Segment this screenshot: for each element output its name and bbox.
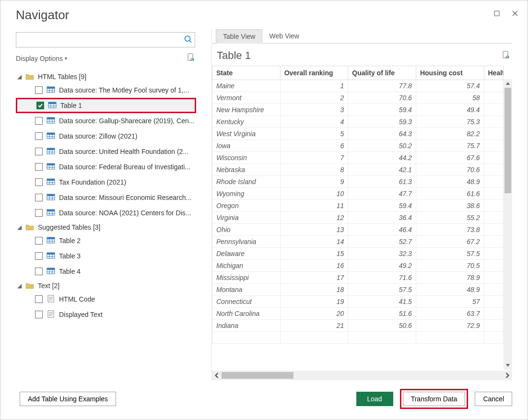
table-cell: 57.5 bbox=[416, 248, 484, 260]
tree-item[interactable]: Table 2 bbox=[16, 233, 196, 248]
tab-table-view[interactable]: Table View bbox=[216, 29, 262, 44]
table-row[interactable]: Virginia1236.455.2 bbox=[212, 212, 504, 224]
table-row[interactable]: West Virginia564.382.2 bbox=[212, 128, 504, 140]
table-cell: Indiana bbox=[212, 320, 281, 332]
table-row[interactable]: Nebraska842.170.6 bbox=[212, 164, 504, 176]
tree-group-header[interactable]: ◢HTML Tables [9] bbox=[16, 71, 196, 82]
tree-group-label: Suggested Tables [3] bbox=[38, 223, 101, 231]
table-cell: 48.9 bbox=[416, 176, 484, 188]
checkbox[interactable] bbox=[35, 209, 43, 217]
tree-item[interactable]: Displayed Text bbox=[16, 307, 196, 322]
close-button[interactable] bbox=[509, 9, 521, 18]
titlebar: Navigator bbox=[0, 0, 528, 29]
checkbox[interactable] bbox=[35, 117, 43, 125]
tree-item[interactable]: Table 4 bbox=[16, 264, 196, 279]
table-icon bbox=[47, 252, 55, 260]
table-row[interactable]: Maine177.857.4 bbox=[212, 80, 504, 92]
column-header[interactable]: Quality of life bbox=[348, 66, 416, 80]
checkbox[interactable] bbox=[35, 132, 43, 140]
table-row[interactable]: Vermont270.658 bbox=[212, 92, 504, 104]
table-icon bbox=[47, 148, 55, 156]
search-input[interactable] bbox=[16, 32, 195, 47]
table-row[interactable]: Michigan1649.270.5 bbox=[212, 260, 504, 272]
refresh-preview-icon[interactable] bbox=[502, 51, 510, 61]
close-icon bbox=[512, 10, 518, 17]
table-cell: 59.4 bbox=[348, 104, 416, 116]
tree-group-header[interactable]: ◢Text [2] bbox=[16, 280, 196, 292]
scroll-left-arrow-icon[interactable] bbox=[212, 371, 222, 380]
checkbox[interactable] bbox=[35, 311, 43, 318]
checkbox[interactable] bbox=[35, 194, 43, 201]
transform-data-button[interactable]: Transform Data bbox=[403, 392, 466, 406]
table-row[interactable]: Wisconsin744.267.6 bbox=[212, 152, 504, 164]
checkbox[interactable] bbox=[35, 237, 43, 245]
table-icon bbox=[47, 117, 55, 125]
tree-group-header[interactable]: ◢Suggested Tables [3] bbox=[16, 222, 196, 233]
table-row[interactable]: Wyoming1047.761.6 bbox=[212, 188, 504, 200]
table-cell bbox=[484, 140, 504, 152]
refresh-icon[interactable] bbox=[187, 53, 195, 63]
scroll-right-arrow-icon[interactable] bbox=[503, 371, 512, 380]
tree-item[interactable]: Data source: Missouri Economic Research.… bbox=[16, 190, 196, 205]
column-header[interactable]: Health bbox=[484, 66, 504, 80]
table-cell: 49.4 bbox=[416, 104, 484, 116]
checkbox[interactable] bbox=[35, 148, 43, 155]
table-cell: Montana bbox=[212, 284, 281, 296]
horizontal-scrollbar[interactable] bbox=[212, 371, 512, 380]
tree-item[interactable]: Table 3 bbox=[16, 248, 196, 264]
table-cell: 19 bbox=[280, 296, 348, 308]
checkbox[interactable] bbox=[35, 178, 43, 186]
table-row[interactable]: Montana1857.548.9 bbox=[212, 284, 504, 296]
checkbox[interactable] bbox=[35, 86, 43, 94]
column-header[interactable]: State bbox=[212, 66, 281, 80]
table-row[interactable]: Ohio1346.473.8 bbox=[212, 224, 504, 236]
maximize-button[interactable] bbox=[491, 9, 503, 18]
tree-item[interactable]: Data source: Gallup-Sharecare (2019), Ce… bbox=[16, 113, 196, 128]
tree-item[interactable]: Data source: Zillow (2021) bbox=[16, 128, 196, 144]
table-row[interactable]: Delaware1532.357.5 bbox=[212, 248, 504, 260]
table-row[interactable]: Mississippi1771.678.9 bbox=[212, 272, 504, 284]
scroll-up-arrow-icon[interactable] bbox=[504, 79, 512, 88]
table-cell: 59.3 bbox=[348, 116, 416, 128]
vertical-scrollbar[interactable] bbox=[504, 79, 512, 370]
tree-item[interactable]: HTML Code bbox=[16, 292, 196, 307]
table-row[interactable]: Kentucky459.375.3 bbox=[212, 116, 504, 128]
table-row[interactable]: New Hampshire359.449.4 bbox=[212, 104, 504, 116]
tree-item[interactable]: Data source: The Motley Fool survey of 1… bbox=[16, 82, 196, 98]
checkbox[interactable] bbox=[35, 252, 43, 260]
table-row[interactable]: North Carolina2051.663.7 bbox=[212, 308, 504, 320]
scroll-down-arrow-icon[interactable] bbox=[504, 361, 512, 370]
table-cell bbox=[280, 332, 348, 344]
tab-web-view[interactable]: Web View bbox=[262, 29, 306, 43]
tree-item[interactable]: Tax Foundation (2021) bbox=[16, 175, 196, 190]
table-cell: 78.9 bbox=[416, 272, 484, 284]
tree-item[interactable]: Data source: United Health Foundation (2… bbox=[16, 144, 196, 159]
load-button[interactable]: Load bbox=[356, 392, 393, 406]
tree-item[interactable]: Data source: Federal Bureau of Investiga… bbox=[16, 159, 196, 175]
table-cell bbox=[212, 332, 281, 344]
scroll-thumb[interactable] bbox=[222, 372, 293, 379]
add-table-examples-button[interactable]: Add Table Using Examples bbox=[20, 392, 116, 406]
scroll-thumb[interactable] bbox=[505, 88, 511, 193]
table-cell: 70.6 bbox=[348, 92, 416, 104]
table-cell: Connecticut bbox=[212, 296, 281, 308]
table-row[interactable]: Pennsylvania1452.767.2 bbox=[212, 236, 504, 248]
table-row[interactable]: Oregon1159.438.6 bbox=[212, 200, 504, 212]
column-header[interactable]: Overall ranking bbox=[280, 66, 348, 80]
table-cell: 7 bbox=[280, 152, 348, 164]
display-options-dropdown[interactable]: Display Options ▾ bbox=[16, 55, 67, 62]
table-row[interactable]: Rhode Island961.348.9 bbox=[212, 176, 504, 188]
table-row[interactable]: Connecticut1941.557 bbox=[212, 296, 504, 308]
checkbox[interactable] bbox=[35, 295, 43, 303]
table-cell: 21 bbox=[280, 320, 348, 332]
table-row[interactable]: Iowa650.275.7 bbox=[212, 140, 504, 152]
tree-item[interactable]: Data source: NOAA (2021) Centers for Dis… bbox=[16, 205, 196, 221]
table-row[interactable]: Indiana2150.672.9 bbox=[212, 320, 504, 332]
checkbox[interactable] bbox=[36, 102, 44, 109]
column-header[interactable]: Housing cost bbox=[416, 66, 484, 80]
cancel-button[interactable]: Cancel bbox=[475, 392, 512, 406]
tree-item[interactable]: Table 1 bbox=[16, 98, 196, 113]
checkbox[interactable] bbox=[35, 268, 43, 275]
table-cell bbox=[484, 296, 504, 308]
checkbox[interactable] bbox=[35, 163, 43, 171]
